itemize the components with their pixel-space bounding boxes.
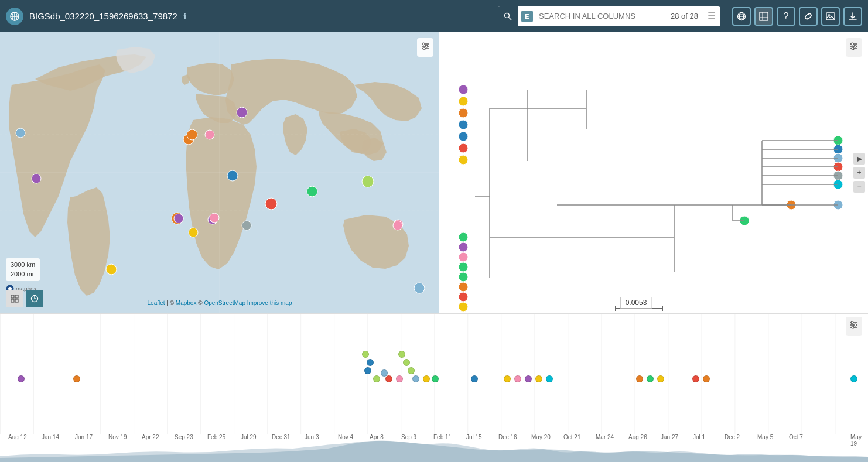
page-title[interactable]: BIGSdb_032220_1596269633_79872 bbox=[29, 11, 177, 21]
dot-pu-2 bbox=[18, 375, 25, 382]
svg-point-4 bbox=[505, 13, 510, 18]
tree-nav-buttons: ▶ + − bbox=[853, 153, 865, 193]
map-panel: 3000 km 2000 mi mapbox Leaflet | © Mapbo… bbox=[0, 32, 439, 313]
svg-point-90 bbox=[459, 242, 468, 252]
help-button[interactable]: ? bbox=[777, 7, 795, 26]
svg-rect-11 bbox=[760, 12, 768, 20]
svg-point-61 bbox=[854, 45, 856, 47]
grid-view-button[interactable] bbox=[6, 290, 23, 307]
svg-point-46 bbox=[425, 45, 428, 47]
dot-y-3 bbox=[535, 375, 542, 382]
search-count: 28 of 28 bbox=[666, 12, 703, 20]
timeline-view-button[interactable] bbox=[26, 290, 43, 307]
svg-point-45 bbox=[422, 43, 425, 45]
svg-rect-53 bbox=[15, 299, 18, 302]
dot-cy-2 bbox=[850, 375, 857, 382]
svg-point-91 bbox=[459, 252, 468, 262]
scale-mi: 2000 mi bbox=[11, 270, 35, 279]
dot-y-2 bbox=[504, 375, 511, 382]
svg-point-29 bbox=[187, 129, 197, 140]
svg-rect-15 bbox=[826, 13, 835, 20]
osm-link[interactable]: OpenStreetMap bbox=[204, 300, 245, 306]
svg-point-118 bbox=[852, 326, 854, 328]
svg-rect-52 bbox=[11, 299, 14, 302]
leaflet-link[interactable]: Leaflet bbox=[148, 300, 165, 306]
attribution-separator: | © bbox=[166, 300, 176, 306]
svg-point-64 bbox=[459, 85, 468, 94]
svg-rect-51 bbox=[15, 295, 18, 298]
svg-point-32 bbox=[174, 214, 183, 223]
dot-lightgreen-2 bbox=[373, 375, 380, 382]
dot-pu-1 bbox=[525, 375, 532, 382]
dot-red-1 bbox=[385, 375, 392, 382]
improve-link[interactable]: Improve this map bbox=[247, 300, 292, 306]
svg-point-38 bbox=[362, 176, 374, 187]
attribution-separator2: © bbox=[198, 300, 204, 306]
svg-point-96 bbox=[459, 302, 468, 312]
search-button[interactable] bbox=[498, 6, 518, 26]
svg-point-41 bbox=[414, 283, 425, 293]
svg-point-36 bbox=[265, 198, 277, 210]
dot-yellow-1 bbox=[423, 375, 430, 382]
map-background[interactable]: 3000 km 2000 mi mapbox Leaflet | © Mapbo… bbox=[0, 32, 439, 313]
view-toggle bbox=[6, 290, 43, 307]
dot-lg-4 bbox=[403, 359, 410, 366]
svg-point-70 bbox=[459, 155, 468, 165]
svg-point-93 bbox=[459, 272, 468, 282]
svg-point-62 bbox=[852, 47, 854, 50]
svg-point-92 bbox=[459, 262, 468, 272]
svg-point-26 bbox=[205, 130, 214, 139]
svg-point-47 bbox=[423, 47, 425, 50]
svg-point-95 bbox=[459, 292, 468, 302]
dot-lg-5 bbox=[408, 367, 415, 374]
timeline-settings-button[interactable] bbox=[846, 317, 862, 336]
dot-pk-2 bbox=[514, 375, 521, 382]
dot-gr-2 bbox=[647, 375, 654, 382]
svg-point-35 bbox=[242, 221, 251, 230]
svg-point-116 bbox=[851, 321, 853, 324]
svg-point-117 bbox=[854, 324, 856, 326]
dot-lb-2 bbox=[412, 375, 419, 382]
app-logo[interactable] bbox=[6, 8, 23, 25]
svg-rect-50 bbox=[11, 295, 14, 298]
download-button[interactable] bbox=[843, 7, 862, 26]
svg-point-69 bbox=[459, 143, 468, 153]
dot-or-3 bbox=[73, 375, 80, 382]
dot-r-2 bbox=[692, 375, 699, 382]
tree-nav-right-button[interactable]: ▶ bbox=[853, 153, 865, 165]
svg-point-24 bbox=[106, 264, 117, 275]
globe-icon-button[interactable] bbox=[732, 7, 751, 26]
svg-point-68 bbox=[459, 132, 468, 141]
search-bar: E 28 of 28 ☰ bbox=[498, 6, 720, 26]
image-button[interactable] bbox=[821, 7, 840, 26]
dot-or-1 bbox=[636, 375, 643, 382]
dot-blue-2 bbox=[364, 367, 371, 374]
dot-lightgreen-1 bbox=[362, 351, 369, 358]
dot-green-1 bbox=[432, 375, 439, 382]
dot-or-2 bbox=[703, 375, 710, 382]
svg-line-5 bbox=[509, 17, 512, 20]
dot-y-4 bbox=[657, 375, 664, 382]
map-settings-button[interactable] bbox=[417, 38, 433, 57]
tree-settings-button[interactable] bbox=[846, 38, 862, 57]
mapbox-link[interactable]: Mapbox bbox=[176, 300, 197, 306]
tree-nav-minus-button[interactable]: − bbox=[853, 181, 865, 193]
svg-point-94 bbox=[459, 282, 468, 292]
svg-point-65 bbox=[459, 97, 468, 106]
header-right-icons: ? bbox=[732, 7, 862, 26]
info-icon[interactable]: ℹ bbox=[183, 12, 186, 21]
timeline-dots bbox=[0, 323, 868, 381]
dot-b-3 bbox=[471, 375, 478, 382]
svg-point-27 bbox=[227, 170, 238, 181]
search-filter-button[interactable]: ☰ bbox=[703, 11, 720, 22]
map-scale: 3000 km 2000 mi bbox=[6, 258, 40, 281]
search-input[interactable] bbox=[536, 12, 666, 20]
tree-scale-value: 0.0053 bbox=[620, 297, 652, 309]
search-e-badge: E bbox=[521, 11, 533, 22]
link-button[interactable] bbox=[799, 7, 818, 26]
table-icon-button[interactable] bbox=[754, 7, 773, 26]
bottom-density-chart bbox=[0, 436, 868, 462]
dot-pink-1 bbox=[396, 375, 403, 382]
dot-lg-3 bbox=[398, 351, 405, 358]
tree-nav-plus-button[interactable]: + bbox=[853, 167, 865, 179]
